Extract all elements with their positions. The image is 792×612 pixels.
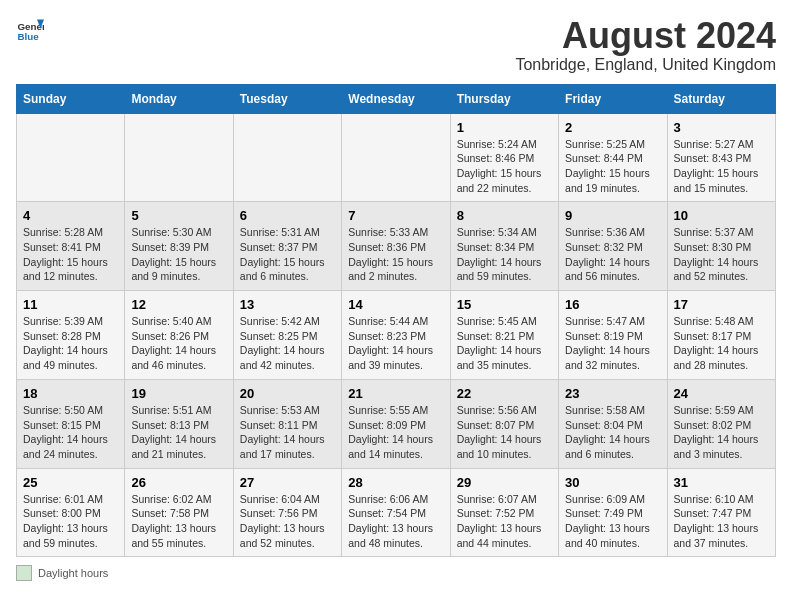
- table-row: 17Sunrise: 5:48 AMSunset: 8:17 PMDayligh…: [667, 291, 775, 380]
- page-header: General Blue August 2024 Tonbridge, Engl…: [16, 16, 776, 74]
- day-number: 17: [674, 297, 769, 312]
- table-row: 28Sunrise: 6:06 AMSunset: 7:54 PMDayligh…: [342, 468, 450, 557]
- table-row: 10Sunrise: 5:37 AMSunset: 8:30 PMDayligh…: [667, 202, 775, 291]
- legend: Daylight hours: [16, 565, 776, 581]
- day-number: 13: [240, 297, 335, 312]
- day-info: Sunrise: 6:04 AMSunset: 7:56 PMDaylight:…: [240, 492, 335, 551]
- day-number: 28: [348, 475, 443, 490]
- day-info: Sunrise: 5:56 AMSunset: 8:07 PMDaylight:…: [457, 403, 552, 462]
- day-info: Sunrise: 6:10 AMSunset: 7:47 PMDaylight:…: [674, 492, 769, 551]
- day-info: Sunrise: 5:51 AMSunset: 8:13 PMDaylight:…: [131, 403, 226, 462]
- day-info: Sunrise: 5:24 AMSunset: 8:46 PMDaylight:…: [457, 137, 552, 196]
- day-number: 7: [348, 208, 443, 223]
- table-row: 11Sunrise: 5:39 AMSunset: 8:28 PMDayligh…: [17, 291, 125, 380]
- table-row: 5Sunrise: 5:30 AMSunset: 8:39 PMDaylight…: [125, 202, 233, 291]
- table-row: 4Sunrise: 5:28 AMSunset: 8:41 PMDaylight…: [17, 202, 125, 291]
- day-info: Sunrise: 5:39 AMSunset: 8:28 PMDaylight:…: [23, 314, 118, 373]
- day-info: Sunrise: 5:44 AMSunset: 8:23 PMDaylight:…: [348, 314, 443, 373]
- table-row: 21Sunrise: 5:55 AMSunset: 8:09 PMDayligh…: [342, 379, 450, 468]
- day-number: 5: [131, 208, 226, 223]
- col-friday: Friday: [559, 84, 667, 113]
- table-row: 12Sunrise: 5:40 AMSunset: 8:26 PMDayligh…: [125, 291, 233, 380]
- day-number: 22: [457, 386, 552, 401]
- main-title: August 2024: [515, 16, 776, 56]
- day-info: Sunrise: 5:37 AMSunset: 8:30 PMDaylight:…: [674, 225, 769, 284]
- day-info: Sunrise: 5:25 AMSunset: 8:44 PMDaylight:…: [565, 137, 660, 196]
- day-number: 18: [23, 386, 118, 401]
- table-row: [342, 113, 450, 202]
- table-row: 3Sunrise: 5:27 AMSunset: 8:43 PMDaylight…: [667, 113, 775, 202]
- day-info: Sunrise: 5:31 AMSunset: 8:37 PMDaylight:…: [240, 225, 335, 284]
- day-number: 4: [23, 208, 118, 223]
- table-row: [125, 113, 233, 202]
- table-row: 15Sunrise: 5:45 AMSunset: 8:21 PMDayligh…: [450, 291, 558, 380]
- day-info: Sunrise: 5:33 AMSunset: 8:36 PMDaylight:…: [348, 225, 443, 284]
- table-row: 29Sunrise: 6:07 AMSunset: 7:52 PMDayligh…: [450, 468, 558, 557]
- day-number: 30: [565, 475, 660, 490]
- title-area: August 2024 Tonbridge, England, United K…: [515, 16, 776, 74]
- day-info: Sunrise: 6:02 AMSunset: 7:58 PMDaylight:…: [131, 492, 226, 551]
- day-number: 14: [348, 297, 443, 312]
- day-number: 2: [565, 120, 660, 135]
- table-row: 31Sunrise: 6:10 AMSunset: 7:47 PMDayligh…: [667, 468, 775, 557]
- day-number: 31: [674, 475, 769, 490]
- day-info: Sunrise: 5:45 AMSunset: 8:21 PMDaylight:…: [457, 314, 552, 373]
- table-row: 1Sunrise: 5:24 AMSunset: 8:46 PMDaylight…: [450, 113, 558, 202]
- day-info: Sunrise: 5:59 AMSunset: 8:02 PMDaylight:…: [674, 403, 769, 462]
- day-number: 23: [565, 386, 660, 401]
- day-number: 21: [348, 386, 443, 401]
- day-info: Sunrise: 5:36 AMSunset: 8:32 PMDaylight:…: [565, 225, 660, 284]
- table-row: 16Sunrise: 5:47 AMSunset: 8:19 PMDayligh…: [559, 291, 667, 380]
- day-info: Sunrise: 5:27 AMSunset: 8:43 PMDaylight:…: [674, 137, 769, 196]
- day-info: Sunrise: 5:34 AMSunset: 8:34 PMDaylight:…: [457, 225, 552, 284]
- table-row: 18Sunrise: 5:50 AMSunset: 8:15 PMDayligh…: [17, 379, 125, 468]
- day-info: Sunrise: 5:47 AMSunset: 8:19 PMDaylight:…: [565, 314, 660, 373]
- col-thursday: Thursday: [450, 84, 558, 113]
- day-number: 9: [565, 208, 660, 223]
- table-row: 20Sunrise: 5:53 AMSunset: 8:11 PMDayligh…: [233, 379, 341, 468]
- legend-label: Daylight hours: [38, 567, 108, 579]
- table-row: 26Sunrise: 6:02 AMSunset: 7:58 PMDayligh…: [125, 468, 233, 557]
- legend-box: [16, 565, 32, 581]
- day-number: 15: [457, 297, 552, 312]
- day-info: Sunrise: 5:42 AMSunset: 8:25 PMDaylight:…: [240, 314, 335, 373]
- day-number: 8: [457, 208, 552, 223]
- day-info: Sunrise: 5:30 AMSunset: 8:39 PMDaylight:…: [131, 225, 226, 284]
- day-number: 20: [240, 386, 335, 401]
- day-number: 29: [457, 475, 552, 490]
- day-info: Sunrise: 5:48 AMSunset: 8:17 PMDaylight:…: [674, 314, 769, 373]
- day-info: Sunrise: 5:40 AMSunset: 8:26 PMDaylight:…: [131, 314, 226, 373]
- table-row: 9Sunrise: 5:36 AMSunset: 8:32 PMDaylight…: [559, 202, 667, 291]
- table-row: 7Sunrise: 5:33 AMSunset: 8:36 PMDaylight…: [342, 202, 450, 291]
- table-row: 25Sunrise: 6:01 AMSunset: 8:00 PMDayligh…: [17, 468, 125, 557]
- day-number: 26: [131, 475, 226, 490]
- table-row: 6Sunrise: 5:31 AMSunset: 8:37 PMDaylight…: [233, 202, 341, 291]
- table-row: 2Sunrise: 5:25 AMSunset: 8:44 PMDaylight…: [559, 113, 667, 202]
- day-info: Sunrise: 5:58 AMSunset: 8:04 PMDaylight:…: [565, 403, 660, 462]
- col-wednesday: Wednesday: [342, 84, 450, 113]
- day-info: Sunrise: 6:06 AMSunset: 7:54 PMDaylight:…: [348, 492, 443, 551]
- table-row: 14Sunrise: 5:44 AMSunset: 8:23 PMDayligh…: [342, 291, 450, 380]
- table-row: 27Sunrise: 6:04 AMSunset: 7:56 PMDayligh…: [233, 468, 341, 557]
- day-number: 3: [674, 120, 769, 135]
- day-number: 6: [240, 208, 335, 223]
- day-number: 27: [240, 475, 335, 490]
- col-saturday: Saturday: [667, 84, 775, 113]
- day-info: Sunrise: 5:50 AMSunset: 8:15 PMDaylight:…: [23, 403, 118, 462]
- table-row: 23Sunrise: 5:58 AMSunset: 8:04 PMDayligh…: [559, 379, 667, 468]
- logo: General Blue: [16, 16, 44, 44]
- table-row: 13Sunrise: 5:42 AMSunset: 8:25 PMDayligh…: [233, 291, 341, 380]
- day-info: Sunrise: 6:09 AMSunset: 7:49 PMDaylight:…: [565, 492, 660, 551]
- calendar-body: 1Sunrise: 5:24 AMSunset: 8:46 PMDaylight…: [17, 113, 776, 557]
- table-row: 8Sunrise: 5:34 AMSunset: 8:34 PMDaylight…: [450, 202, 558, 291]
- table-row: [17, 113, 125, 202]
- col-sunday: Sunday: [17, 84, 125, 113]
- day-info: Sunrise: 6:01 AMSunset: 8:00 PMDaylight:…: [23, 492, 118, 551]
- table-row: 24Sunrise: 5:59 AMSunset: 8:02 PMDayligh…: [667, 379, 775, 468]
- table-row: [233, 113, 341, 202]
- table-row: 30Sunrise: 6:09 AMSunset: 7:49 PMDayligh…: [559, 468, 667, 557]
- day-number: 16: [565, 297, 660, 312]
- day-number: 10: [674, 208, 769, 223]
- day-number: 1: [457, 120, 552, 135]
- calendar-header: Sunday Monday Tuesday Wednesday Thursday…: [17, 84, 776, 113]
